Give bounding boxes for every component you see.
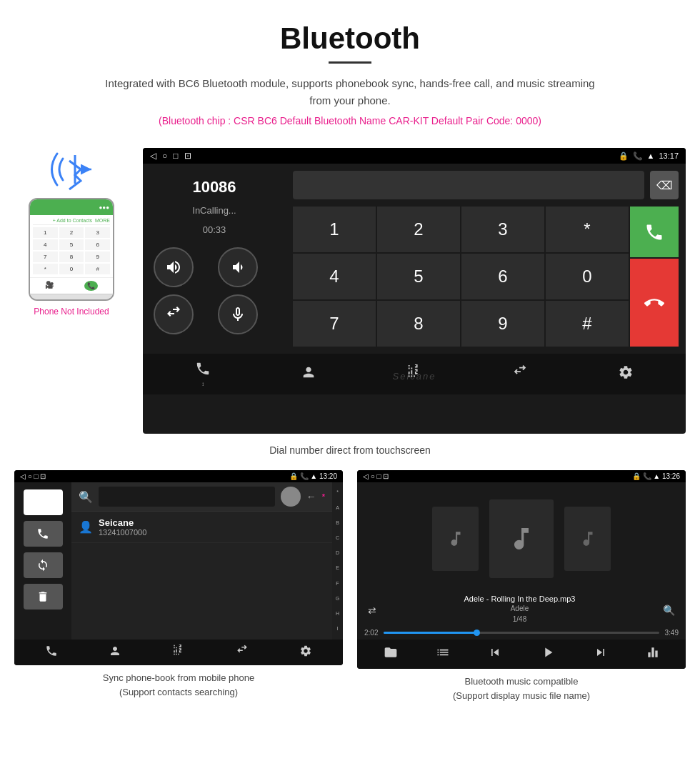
pb-sidebar-sync-icon[interactable] xyxy=(24,552,63,578)
dial-caption: Dial number direct from touchscreen xyxy=(0,444,700,456)
keypad-key-0[interactable]: 0 xyxy=(546,254,629,299)
phonebook-status-bar: ◁ ○ □ ⊡ 🔒 📞 ▲ 13:20 xyxy=(14,470,343,482)
end-call-icon xyxy=(644,293,664,313)
phone-key-6[interactable]: 6 xyxy=(85,239,110,250)
dialer-calling-status: InCalling... xyxy=(192,205,236,216)
car-screen-main: ◁ ○ □ ⊡ 🔒 📞 ▲ 13:17 10086 InCalling... 0… xyxy=(143,148,686,434)
car-bottom-transfer-icon[interactable] xyxy=(512,364,528,384)
music-prev-icon[interactable] xyxy=(488,645,502,663)
screenshot-icon[interactable]: ⊡ xyxy=(184,151,191,161)
music-caption: Bluetooth music compatible(Support displ… xyxy=(357,675,686,702)
dialer-clear-button[interactable]: ⌫ xyxy=(650,171,679,199)
phone-key-1[interactable]: 1 xyxy=(33,227,58,238)
music-playlist-icon[interactable] xyxy=(436,645,450,663)
dialer-call-timer: 00:33 xyxy=(203,224,226,235)
pb-bottom-call-icon[interactable] xyxy=(45,645,58,660)
music-nav-icons: ◁ ○ □ ⊡ xyxy=(363,472,389,480)
recents-icon[interactable]: □ xyxy=(173,151,178,161)
phone-key-star[interactable]: * xyxy=(33,264,58,274)
pb-nav-icons: ◁ ○ □ ⊡ xyxy=(20,472,46,480)
phone-key-3[interactable]: 3 xyxy=(85,227,110,238)
phonebook-screenshot: ◁ ○ □ ⊡ 🔒 📞 ▲ 13:20 xyxy=(14,470,343,702)
pb-main-area: 🔍 ← * 👤 Seicane 132410070 xyxy=(71,482,343,640)
pb-bottom-settings-icon[interactable] xyxy=(299,645,312,660)
keypad-key-3[interactable]: 3 xyxy=(461,207,544,252)
phone-key-8[interactable]: 8 xyxy=(59,252,84,262)
keypad-key-1[interactable]: 1 xyxy=(293,207,376,252)
keypad-key-9[interactable]: 9 xyxy=(461,301,544,347)
music-play-pause-icon[interactable] xyxy=(540,645,556,664)
pb-star-label: * xyxy=(322,492,325,501)
car-bottom-settings-icon[interactable] xyxy=(618,364,634,384)
volume-up-button[interactable] xyxy=(154,247,194,287)
keypad-key-star[interactable]: * xyxy=(546,207,629,252)
keypad-main: 1 2 3 * 4 5 6 0 7 8 9 # xyxy=(293,207,629,347)
phone-key-2[interactable]: 2 xyxy=(59,227,84,238)
pb-search-input[interactable] xyxy=(99,487,275,507)
pb-bottom-contacts-icon[interactable] xyxy=(109,645,121,660)
mute-button[interactable] xyxy=(218,294,258,334)
bottom-screenshots: ◁ ○ □ ⊡ 🔒 📞 ▲ 13:20 xyxy=(0,470,700,702)
music-shuffle-icon[interactable]: ⇄ xyxy=(368,605,376,616)
phone-key-5[interactable]: 5 xyxy=(59,239,84,250)
page-title: Bluetooth xyxy=(14,21,686,56)
keypad-key-7[interactable]: 7 xyxy=(293,301,376,347)
phone-illustration: ●●● + Add to Contacts MORE 1 2 3 4 5 6 7… xyxy=(14,148,129,317)
car-bottom-calls-icon[interactable]: ↕ xyxy=(195,361,211,387)
pb-bottom-transfer-icon[interactable] xyxy=(236,645,249,660)
phone-key-7[interactable]: 7 xyxy=(33,252,58,262)
phone-video-icon[interactable]: 🎥 xyxy=(45,281,54,291)
transfer-button[interactable] xyxy=(154,294,194,334)
album-art-left xyxy=(432,507,479,571)
music-next-icon[interactable] xyxy=(594,645,608,663)
title-divider xyxy=(329,61,371,64)
phone-call-icon[interactable]: 📞 xyxy=(84,281,98,291)
keypad-key-2[interactable]: 2 xyxy=(377,207,460,252)
music-search-icon[interactable]: 🔍 xyxy=(663,605,675,616)
home-icon[interactable]: ○ xyxy=(162,151,167,161)
phone-mockup: ●●● + Add to Contacts MORE 1 2 3 4 5 6 7… xyxy=(29,198,114,301)
dialer-keypad-wrapper: 1 2 3 * 4 5 6 0 7 8 9 # xyxy=(293,207,679,347)
album-art-main xyxy=(489,499,554,578)
pb-content: 🔍 ← * 👤 Seicane 132410070 xyxy=(14,482,343,640)
pb-contact-item[interactable]: 👤 Seicane 13241007000 xyxy=(71,512,332,543)
music-progress-bar[interactable] xyxy=(384,632,659,634)
phone-key-9[interactable]: 9 xyxy=(85,252,110,262)
car-dialer-content: 10086 InCalling... 00:33 xyxy=(143,164,686,354)
dialer-controls xyxy=(154,247,275,334)
phone-dialpad: 1 2 3 4 5 6 7 8 9 * 0 # xyxy=(33,227,110,274)
dialer-input-box[interactable] xyxy=(293,171,644,199)
pb-status-right: 🔒 📞 ▲ 13:20 xyxy=(289,472,337,480)
pb-sidebar-call-icon[interactable] xyxy=(24,521,63,547)
volume-down-button[interactable] xyxy=(218,247,258,287)
car-watermark: Seicane xyxy=(393,371,436,382)
phone-key-hash[interactable]: # xyxy=(85,264,110,274)
bluetooth-waves-icon xyxy=(43,148,100,191)
phone-key-0[interactable]: 0 xyxy=(59,264,84,274)
car-bottom-contacts-icon[interactable] xyxy=(301,364,316,384)
pb-contact-avatar-icon: 👤 xyxy=(79,520,93,534)
phone-add-contacts-label: + Add to Contacts MORE xyxy=(33,218,110,225)
keypad-key-4[interactable]: 4 xyxy=(293,254,376,299)
pb-back-arrow[interactable]: ← xyxy=(306,491,316,502)
music-track-info: 1/48 xyxy=(464,615,576,623)
pb-voice-button[interactable] xyxy=(281,487,301,507)
music-folder-icon[interactable] xyxy=(384,645,398,663)
keypad-end-call-button[interactable] xyxy=(630,259,679,347)
keypad-key-5[interactable]: 5 xyxy=(377,254,460,299)
music-status-bar: ◁ ○ □ ⊡ 🔒 📞 ▲ 13:26 xyxy=(357,470,686,482)
music-time-current: 2:02 xyxy=(364,629,378,637)
pb-search-bar: 🔍 ← * xyxy=(71,482,332,512)
pb-sidebar-bt-icon[interactable] xyxy=(24,489,63,515)
phone-key-4[interactable]: 4 xyxy=(33,239,58,250)
pb-sidebar-delete-icon[interactable] xyxy=(24,584,63,610)
pb-bottom-dialpad-icon[interactable] xyxy=(172,645,185,660)
back-icon[interactable]: ◁ xyxy=(150,151,156,161)
music-progress-fill xyxy=(384,632,477,634)
keypad-key-hash[interactable]: # xyxy=(546,301,629,347)
music-song-title: Adele - Rolling In the Deep.mp3 xyxy=(464,595,576,603)
keypad-key-6[interactable]: 6 xyxy=(461,254,544,299)
music-equalizer-icon[interactable] xyxy=(646,645,660,663)
keypad-call-button[interactable] xyxy=(630,207,679,257)
keypad-key-8[interactable]: 8 xyxy=(377,301,460,347)
